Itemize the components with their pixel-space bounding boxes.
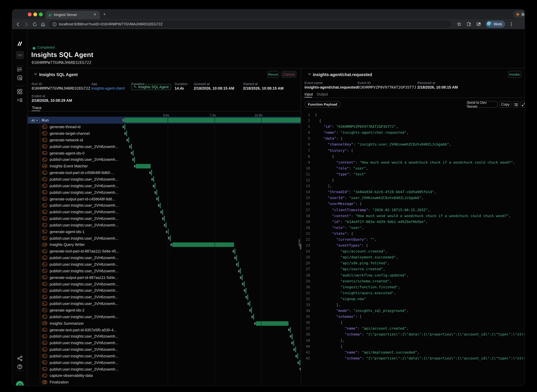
trace-row[interactable]: Insights Summarizer	[28, 320, 301, 327]
trace-row[interactable]: generate-target-channel	[28, 130, 301, 137]
trace-row[interactable]: publish:user:insights:user_2VH6zowmh...	[28, 366, 301, 373]
reload-icon[interactable]	[32, 22, 37, 27]
sidebar-item-runs[interactable]	[12, 67, 28, 72]
trace-row[interactable]: publish:user:insights:user_2VH6zowmh...	[28, 156, 301, 163]
trace-row[interactable]: publish:user:insights:user_2VH6zowmh...	[28, 209, 301, 215]
step-bar-handle[interactable]	[236, 263, 237, 266]
sidebar-item-terminal-stream[interactable]	[12, 98, 28, 103]
trace-row[interactable]: generate-output-part-id-c458648f-8d6...	[28, 196, 301, 202]
step-duration-bar[interactable]	[154, 183, 155, 189]
step-bar-handle[interactable]	[292, 342, 293, 344]
help-icon[interactable]	[12, 364, 28, 369]
back-icon[interactable]	[16, 22, 20, 27]
chevron-down-icon[interactable]	[34, 73, 37, 76]
trace-row[interactable]: publish:user:insights:user_2VH6zowmh...	[28, 287, 301, 294]
trace-row[interactable]: publish:user:insights:user_2VH6zowmh...	[28, 189, 301, 196]
step-bar-handle[interactable]	[153, 185, 154, 187]
run-step-count[interactable]: 40	[29, 118, 40, 123]
step-bar-handle[interactable]	[300, 368, 301, 370]
step-bar-handle[interactable]	[131, 152, 132, 154]
step-bar-handle[interactable]	[156, 198, 158, 200]
step-duration-bar[interactable]	[249, 301, 250, 306]
home-icon[interactable]	[41, 22, 46, 27]
step-bar-handle[interactable]	[254, 322, 255, 325]
step-duration-bar[interactable]	[234, 249, 235, 254]
share-icon[interactable]	[12, 356, 28, 361]
step-bar-handle[interactable]	[288, 329, 289, 331]
trace-run-row[interactable]: 40 Run	[28, 117, 301, 124]
step-duration-bar[interactable]	[256, 321, 288, 326]
trace-row[interactable]: publish:user:insights:user_2VH6zowmh...	[28, 261, 301, 268]
browser-menu-icon[interactable]	[509, 22, 514, 26]
invoke-button[interactable]: Invoke	[508, 71, 521, 78]
step-bar-handle[interactable]	[123, 126, 124, 128]
trace-scrollbar-thumb[interactable]	[299, 239, 300, 247]
step-duration-bar[interactable]	[245, 288, 246, 293]
trace-row[interactable]: generate-text-part-id-9357e5f0-a530-4...	[28, 327, 301, 333]
step-bar-handle[interactable]	[166, 230, 167, 233]
step-bar-handle[interactable]	[171, 244, 172, 246]
step-duration-bar[interactable]	[290, 327, 291, 333]
step-duration-bar[interactable]	[253, 314, 254, 320]
gemini-badge[interactable]: Gemini	[513, 10, 525, 18]
step-bar-handle[interactable]	[249, 309, 250, 311]
step-bar-handle[interactable]	[247, 303, 249, 305]
extensions-icon[interactable]	[467, 22, 471, 26]
expand-button[interactable]	[520, 101, 525, 108]
wrap-lines-button[interactable]	[513, 101, 519, 108]
trace-row[interactable]: publish:user:insights:user_2VH6zowmh...	[28, 346, 301, 353]
step-duration-bar[interactable]	[297, 353, 298, 359]
step-bar-handle[interactable]	[295, 355, 297, 357]
step-duration-bar[interactable]	[124, 124, 125, 130]
step-bar-handle[interactable]	[149, 172, 151, 174]
trace-row[interactable]: publish:user:insights:user_2VH6zowmh...	[28, 300, 301, 307]
step-bar-handle[interactable]	[129, 145, 130, 148]
step-duration-bar[interactable]	[292, 334, 292, 339]
event-section-title[interactable]: insights-agent/chat.requested	[313, 72, 372, 77]
step-duration-bar[interactable]	[172, 243, 234, 247]
trace-row[interactable]: Insights Event Matcher	[28, 163, 301, 169]
trace-row[interactable]: generate-agent-ids-2	[28, 307, 301, 313]
step-duration-bar[interactable]	[128, 137, 129, 143]
trace-row[interactable]: publish:user:insights:user_2VH6zowmh...	[28, 222, 301, 229]
function-badge[interactable]: Insights SQL Agent	[131, 84, 171, 90]
payload-code-editor[interactable]: 1[2 {3 "id": "01KHRMPVZP0V977KAT2GP3ST7J…	[305, 112, 525, 383]
step-duration-bar[interactable]	[153, 177, 154, 182]
step-duration-bar[interactable]	[251, 308, 252, 313]
trace-row[interactable]: generate-agent-ids-0	[28, 150, 301, 156]
send-to-dev-server-button[interactable]: Send to Dev Server	[467, 101, 498, 108]
step-duration-bar[interactable]	[295, 347, 296, 352]
trace-row[interactable]: publish:user:insights:user_2VH6zowmh...	[28, 255, 301, 261]
step-duration-bar[interactable]	[166, 222, 167, 228]
trace-row[interactable]: publish:user:insights:user_2VH6zowmh...	[28, 176, 301, 182]
step-duration-bar[interactable]	[293, 340, 294, 346]
app-link[interactable]: insights-agent-client	[91, 86, 125, 90]
trace-row[interactable]: publish:user:insights:user_2VH6zowmh...	[28, 235, 301, 242]
trace-row[interactable]: publish:user:insights:user_2VH6zowmh...	[28, 359, 301, 366]
browser-tab[interactable]: Inngest Server ✕	[46, 11, 100, 19]
step-duration-bar[interactable]	[244, 281, 245, 287]
rerun-button[interactable]: Rerun	[267, 71, 279, 78]
trace-row[interactable]: publish:user:insights:user_2VH6zowmh...	[28, 182, 301, 189]
trace-row[interactable]: generate-network-id	[28, 137, 301, 143]
step-duration-bar[interactable]	[162, 209, 163, 215]
panel-resize-handle[interactable]	[300, 244, 301, 249]
inngest-logo-icon[interactable]	[12, 41, 28, 47]
step-bar-handle[interactable]	[160, 211, 162, 213]
tab-trace[interactable]: Trace	[32, 106, 42, 110]
forward-icon[interactable]	[24, 22, 29, 27]
trace-row[interactable]: generate-tool-part-id-887aa111-5d4e-45..…	[28, 248, 301, 255]
workspace-badge[interactable]: DV	[16, 51, 24, 59]
step-duration-bar[interactable]	[238, 262, 239, 267]
copy-button[interactable]: Copy	[499, 101, 511, 108]
step-bar-handle[interactable]	[244, 289, 245, 292]
trace-row[interactable]: publish:user:insights:user_2VH6zowmh...	[28, 143, 301, 150]
trace-row[interactable]: publish:user:insights:user_2VH6zowmh...	[28, 313, 301, 320]
step-bar-handle[interactable]	[240, 276, 241, 279]
step-duration-bar[interactable]	[160, 203, 161, 208]
step-duration-bar[interactable]	[240, 268, 241, 274]
step-bar-handle[interactable]	[293, 348, 295, 351]
step-bar-handle[interactable]	[245, 296, 247, 298]
trace-row[interactable]: generate-agent-ids-1	[28, 229, 301, 235]
step-bar-handle[interactable]	[151, 178, 153, 181]
